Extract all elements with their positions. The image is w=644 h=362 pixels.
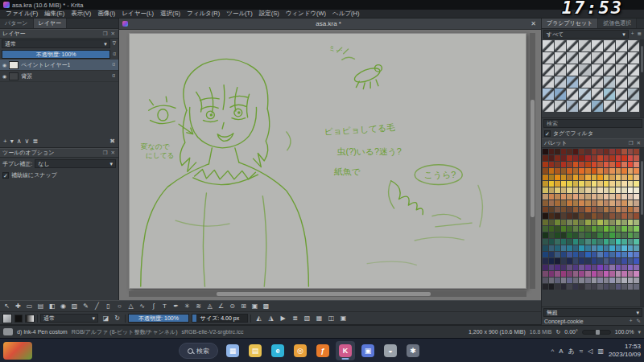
edge-browser-icon[interactable]: e — [268, 341, 287, 360]
palette-swatch[interactable] — [597, 245, 603, 251]
palette-swatch[interactable] — [567, 213, 572, 219]
palette-swatch[interactable] — [561, 187, 567, 193]
palette-swatch[interactable] — [597, 194, 603, 200]
palette-swatch[interactable] — [592, 265, 597, 270]
palette-swatch[interactable] — [628, 278, 634, 283]
brush-preset-thumbnail[interactable] — [567, 64, 578, 76]
brush-preset-thumbnail[interactable] — [616, 52, 627, 64]
palette-swatch[interactable] — [621, 278, 627, 283]
palette-swatch[interactable] — [561, 213, 567, 219]
palette-swatch[interactable] — [561, 175, 567, 180]
palette-swatch[interactable] — [549, 252, 555, 257]
palette-swatch[interactable] — [621, 162, 627, 167]
palette-swatch[interactable] — [609, 252, 615, 257]
palette-swatch[interactable] — [597, 239, 603, 245]
brush-preset-thumbnail[interactable] — [604, 76, 615, 88]
brush-preset-thumbnail[interactable] — [628, 101, 639, 112]
mirror-vertical-icon[interactable]: ◮ — [266, 314, 276, 323]
palette-swatch[interactable] — [555, 175, 560, 180]
palette-swatch[interactable] — [543, 245, 548, 251]
palette-swatch[interactable] — [604, 245, 609, 251]
palette-swatch[interactable] — [592, 155, 597, 161]
palette-swatch[interactable] — [579, 175, 584, 180]
palette-swatch[interactable] — [561, 278, 567, 283]
palette-swatch[interactable] — [616, 187, 621, 193]
palette-swatch[interactable] — [628, 284, 634, 290]
palette-swatch[interactable] — [634, 239, 639, 245]
palette-swatch[interactable] — [555, 207, 560, 212]
resource-options-icon[interactable]: ≣ — [637, 31, 642, 37]
palette-swatch[interactable] — [543, 239, 548, 245]
palette-swatch[interactable] — [579, 220, 584, 225]
palette-swatch[interactable] — [555, 168, 560, 174]
brush-preset-thumbnail[interactable] — [567, 52, 578, 64]
palette-swatch[interactable] — [555, 258, 560, 264]
palette-swatch[interactable] — [604, 181, 609, 187]
brush-preset-thumbnail[interactable] — [592, 40, 603, 51]
palette-swatch[interactable] — [634, 200, 639, 206]
palette-swatch[interactable] — [634, 284, 639, 290]
brush-preset-thumbnail[interactable] — [567, 40, 578, 51]
snap-to-assistants-checkbox[interactable]: ✓ — [2, 172, 9, 179]
stabilizer-dropdown[interactable]: なし ▾ — [35, 159, 116, 168]
menu-item[interactable]: 選択(S) — [157, 10, 184, 18]
ellipse-tool[interactable]: ○ — [114, 302, 125, 311]
palette-swatch[interactable] — [628, 265, 634, 270]
palette-swatch[interactable] — [604, 162, 609, 167]
palette-swatch[interactable] — [597, 271, 603, 277]
gradient-tool[interactable]: ▤ — [35, 302, 46, 311]
brush-preset-thumbnail[interactable] — [604, 101, 615, 112]
palette-swatch[interactable] — [579, 232, 584, 238]
palette-swatch[interactable] — [543, 200, 548, 206]
palette-swatch[interactable] — [579, 200, 584, 206]
paint-app-icon[interactable]: ◒ — [381, 341, 400, 360]
palette-swatch[interactable] — [609, 181, 615, 187]
palette-swatch[interactable] — [609, 175, 615, 180]
current-brush-swatch[interactable] — [3, 328, 13, 335]
network-icon[interactable]: ≈ — [580, 348, 583, 355]
palette-swatch[interactable] — [561, 239, 567, 245]
palette-swatch[interactable] — [549, 175, 555, 180]
calligraphy-tool[interactable]: ✒ — [171, 302, 181, 311]
brush-preset-thumbnail[interactable] — [628, 40, 639, 51]
palette-swatch[interactable] — [597, 162, 603, 167]
brush-preset-thumbnail[interactable] — [616, 40, 627, 51]
palette-swatch[interactable] — [549, 284, 555, 290]
brush-preset-thumbnail[interactable] — [592, 76, 603, 88]
color-sampler-tool[interactable]: ◉ — [58, 302, 68, 311]
palette-swatch[interactable] — [634, 232, 639, 238]
palette-swatch[interactable] — [549, 200, 555, 206]
palette-swatch[interactable] — [604, 168, 609, 174]
palette-swatch[interactable] — [573, 265, 579, 270]
crop-tool[interactable]: ▭ — [24, 302, 35, 311]
palette-swatch[interactable] — [567, 200, 572, 206]
palette-swatch[interactable] — [628, 194, 634, 200]
palette-swatch[interactable] — [579, 168, 584, 174]
palette-swatch[interactable] — [634, 168, 639, 174]
palette-swatch[interactable] — [573, 213, 579, 219]
brush-preset-thumbnail[interactable] — [543, 101, 554, 112]
palette-swatch[interactable] — [543, 226, 548, 232]
multibrush-tool[interactable]: ✳ — [182, 302, 192, 311]
palette-swatch[interactable] — [543, 187, 548, 193]
palette-swatch[interactable] — [555, 149, 560, 154]
edit-palette-icon[interactable]: ✎ — [636, 319, 642, 324]
palette-swatch[interactable] — [604, 149, 609, 154]
brush-preset-thumbnail[interactable] — [543, 76, 554, 88]
palette-swatch[interactable] — [616, 258, 621, 264]
zoom-dropdown-icon[interactable]: ▾ — [638, 329, 641, 335]
palette-swatch[interactable] — [585, 213, 591, 219]
brush-preset-thumbnail[interactable] — [628, 64, 639, 76]
palette-swatch[interactable] — [597, 175, 603, 180]
brush-preset-thumbnail[interactable] — [616, 101, 627, 112]
wrap-mode-icon[interactable]: ▣ — [338, 314, 349, 323]
palette-swatch[interactable] — [604, 232, 609, 238]
palette-swatch[interactable] — [634, 258, 639, 264]
brush-grid-scrollbar[interactable] — [640, 39, 644, 117]
palette-swatch[interactable] — [592, 220, 597, 225]
file-explorer-icon[interactable]: ▤ — [246, 341, 265, 360]
menu-item[interactable]: ファイル(F) — [2, 10, 41, 18]
docker-tab[interactable]: ブラシプリセット — [542, 19, 598, 28]
palette-swatch[interactable] — [543, 252, 548, 257]
palette-swatch[interactable] — [573, 168, 579, 174]
